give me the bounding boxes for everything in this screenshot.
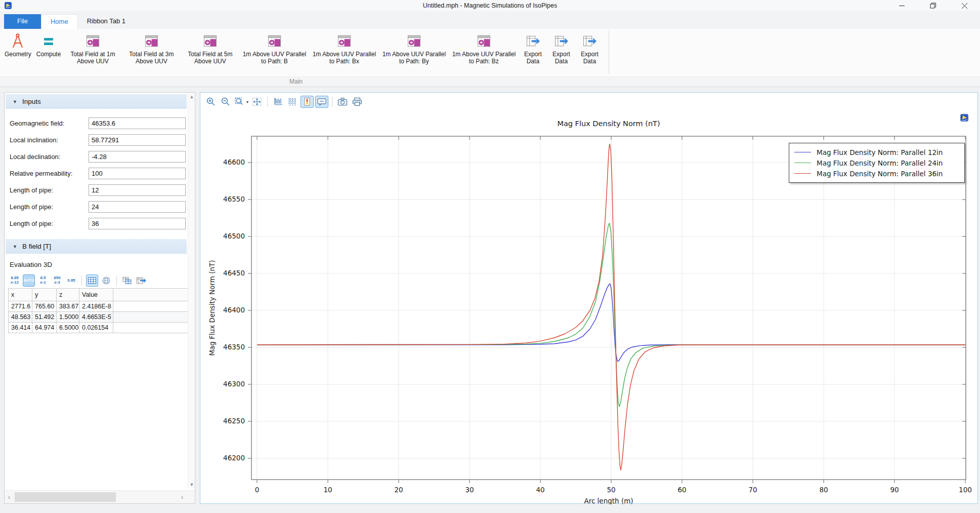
column-header-z[interactable]: z [57,288,79,301]
ribbon-button-label: Compute [36,51,61,58]
ribbon-button-export-data-3[interactable]: Export Data [575,30,604,66]
plot-window-icon [476,31,492,51]
dropdown-caret-icon[interactable]: ▾ [246,100,248,104]
svg-text:46200: 46200 [223,454,245,462]
input-row: Length of pipe: [5,199,188,215]
table-view-button[interactable] [86,274,98,287]
ribbon-button-label: 1m Above UUV Parallel to Path: By [381,51,446,65]
snapshot-icon [337,97,348,107]
scroll-right-icon[interactable]: › [178,494,187,501]
zoom-out-button[interactable] [219,96,232,108]
ribbon-button-geometry[interactable]: Geometry [2,30,34,59]
ribbon-button-1m-above-uuv-parallel-to-path-b[interactable]: 1m Above UUV Parallel to Path: B [239,30,309,66]
ribbon-button-compute[interactable]: Compute [34,30,64,59]
unit-0.85-button[interactable]: 0.85 [65,274,77,287]
column-header-y[interactable]: y [32,288,57,301]
svg-text:90: 90 [890,486,899,494]
legend-label: Mag Flux Density Norm: Parallel 12in [817,148,943,156]
svg-text:46450: 46450 [223,269,245,277]
ribbon-button-total-field-at-5m-above-uuv[interactable]: Total Field at 5m Above UUV [181,30,239,66]
unit-text: 0.85 [67,279,75,283]
export-table-button[interactable] [135,274,147,287]
close-button[interactable] [949,0,980,11]
column-header-empty[interactable] [113,288,193,301]
ribbon-button-total-field-at-1m-above-uuv[interactable]: Total Field at 1m Above UUV [63,30,122,66]
scroll-down-icon[interactable]: ▼ [188,481,195,488]
axes-ticks-button[interactable] [271,96,284,108]
section-header-inputs[interactable]: ▼ Inputs [6,94,187,109]
field-label-length-of-pipe: Length of pipe: [5,186,89,194]
toolbar-divider [332,97,332,107]
tooltip-button[interactable] [315,96,328,108]
svg-text:40: 40 [536,486,544,494]
field-input-length-of-pipe-4[interactable] [89,184,186,196]
unit-8.5e-1-button[interactable]: 8.5e-1 [37,274,49,287]
input-row: Local declination: [5,148,188,165]
zoom-extents-button[interactable] [250,96,264,108]
field-input-geomagnetic-field-0[interactable] [89,117,186,129]
section-header-bfield[interactable]: ▼ B field [T] [6,239,187,254]
scroll-up-icon[interactable]: ▲ [188,93,195,100]
input-row: Local inclination: [5,132,188,148]
svg-text:50: 50 [607,486,615,494]
table-cell: 2771.6 [9,301,32,312]
tab-file[interactable]: File [4,14,41,29]
column-header-value[interactable]: Value [79,288,113,301]
table-header-row: xyzValue [8,288,193,301]
restore-button[interactable] [917,0,949,11]
ribbon-button-export-data-2[interactable]: Export Data [547,30,575,66]
field-label-geomagnetic-field: Geomagnetic field: [5,120,89,127]
tab-ribbon-tab-1[interactable]: Ribbon Tab 1 [78,14,135,29]
minimize-button[interactable] [886,0,917,11]
table-row[interactable]: 2771.6765.60383.672.4186E-8 [8,301,193,312]
zoom-in-button[interactable] [204,96,218,108]
field-input-relative-permeability-3[interactable] [89,168,186,179]
settings-vertical-scrollbar[interactable]: ▲ ▼ [188,93,195,488]
table-icon [87,276,97,285]
table-row[interactable]: 48.56351.4921.50004.6653E-5 [8,312,193,323]
field-input-local-inclination-1[interactable] [89,134,186,146]
graphics-toolbar: ▾ [204,95,364,109]
print-button[interactable] [351,96,364,108]
legend-label: Mag Flux Density Norm: Parallel 36in [817,170,943,178]
scrollbar-thumb[interactable] [15,492,116,502]
zoom-extents-icon [251,97,263,107]
column-header-x[interactable]: x [9,288,32,301]
collapse-triangle-icon: ▼ [13,99,17,104]
table-row[interactable]: 36.41464.9746.50000.026154 [8,323,193,333]
ribbon-button-1m-above-uuv-parallel-to-path-by[interactable]: 1m Above UUV Parallel to Path: By [379,30,449,66]
grid-button[interactable] [286,96,299,108]
ribbon-button-total-field-at-3m-above-uuv[interactable]: Total Field at 3m Above UUV [122,30,181,66]
toolbar-divider [81,275,82,286]
field-input-length-of-pipe-5[interactable] [89,201,186,213]
unit-text: e-1 [40,281,46,285]
copy-table-button[interactable] [121,274,133,287]
snapshot-button[interactable] [336,96,349,108]
ribbon-button-1m-above-uuv-parallel-to-path-bz[interactable]: 1m Above UUV Parallel to Path: Bz [449,30,519,66]
sphere-view-button[interactable] [100,274,112,287]
svg-text:30: 30 [465,486,474,494]
table-cell: 36.414 [9,323,32,333]
scroll-left-icon[interactable]: ‹ [5,494,14,501]
field-input-local-declination-2[interactable] [89,151,186,163]
ribbon-button-label: Export Data [521,51,544,65]
input-row: Geomagnetic field: [5,115,188,132]
table-cell-empty [113,312,193,323]
unit-8.85e-12-button[interactable]: 8.85e-12 [9,274,21,287]
zoom-out-icon [220,97,231,107]
tooltip-icon [316,97,327,107]
color-legend-button[interactable] [301,96,314,108]
field-input-length-of-pipe-6[interactable] [89,218,186,229]
auto-units-button[interactable]: AUTO [23,274,35,287]
zoom-box-button[interactable]: ▾ [234,96,249,108]
ribbon-button-export-data-1[interactable]: Export Data [519,30,547,66]
settings-horizontal-scrollbar[interactable]: ‹ › [5,490,195,503]
ribbon-button-label: Geometry [5,51,31,58]
svg-text:Mag Flux Density Norm (nT): Mag Flux Density Norm (nT) [557,120,660,128]
legend-item: Mag Flux Density Norm: Parallel 12in [794,147,959,157]
unit-850e-3-button[interactable]: 850e-3 [51,274,63,287]
table-cell: 6.5000 [57,323,79,333]
tab-home[interactable]: Home [41,14,78,29]
ribbon-button-1m-above-uuv-parallel-to-path-bx[interactable]: 1m Above UUV Parallel to Path: Bx [309,30,379,66]
field-label-local-declination: Local declination: [5,153,89,161]
